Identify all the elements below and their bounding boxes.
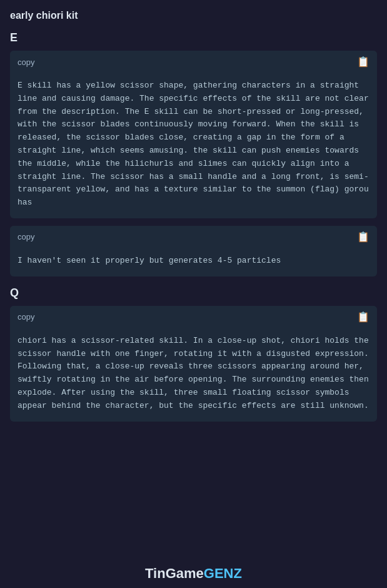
e-card-1-header: copy 📋 bbox=[10, 51, 377, 73]
section-e: E copy 📋 E skill has a yellow scissor sh… bbox=[10, 31, 377, 276]
watermark-prefix: TinGame bbox=[145, 565, 204, 581]
copy-icon-e2[interactable]: 📋 bbox=[357, 231, 369, 243]
copy-icon-q1[interactable]: 📋 bbox=[357, 311, 369, 323]
copy-label-e1[interactable]: copy bbox=[18, 58, 34, 67]
page-title: early chiori kit bbox=[10, 10, 377, 21]
section-e-label: E bbox=[10, 31, 377, 44]
watermark-accent: GENZ bbox=[204, 565, 242, 581]
e-card-1-body: E skill has a yellow scissor shape, gath… bbox=[10, 73, 377, 218]
e-card-2-body: I haven't seen it properly but generates… bbox=[10, 248, 377, 276]
e-card-1: copy 📋 E skill has a yellow scissor shap… bbox=[10, 51, 377, 218]
q-card-1-body: chiori has a scissor-related skill. In a… bbox=[10, 328, 377, 422]
q-card-1: copy 📋 chiori has a scissor-related skil… bbox=[10, 306, 377, 422]
e-card-2: copy 📋 I haven't seen it properly but ge… bbox=[10, 226, 377, 276]
copy-label-q1[interactable]: copy bbox=[18, 312, 34, 322]
copy-icon-e1[interactable]: 📋 bbox=[357, 56, 369, 68]
q-card-1-header: copy 📋 bbox=[10, 306, 377, 328]
copy-label-e2[interactable]: copy bbox=[18, 232, 34, 241]
section-q: Q copy 📋 chiori has a scissor-related sk… bbox=[10, 286, 377, 422]
section-q-label: Q bbox=[10, 286, 377, 300]
e-card-2-header: copy 📋 bbox=[10, 226, 377, 248]
watermark: TinGameGENZ bbox=[145, 565, 242, 582]
